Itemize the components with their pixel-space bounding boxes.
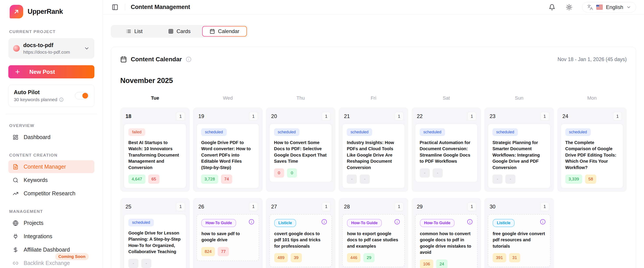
sidebar-item-backlink-exchange[interactable]: Coming Soon Backlink Exchange (8, 256, 94, 268)
keyword-idea-card[interactable]: How-To Guide common how to convert googl… (415, 214, 478, 268)
status-badge: scheduled (347, 128, 372, 136)
sidebar-item-projects[interactable]: Projects (8, 216, 94, 230)
keyword-idea-card[interactable]: Listicle covert google docs to pdf 101 t… (270, 214, 332, 267)
tab-cards[interactable]: Cards (157, 26, 202, 36)
sidebar-item-dashboard[interactable]: Dashboard (8, 131, 94, 144)
sidebar-item-integrations[interactable]: Integrations (8, 230, 94, 243)
current-project-label: CURRENT PROJECT (9, 29, 94, 34)
day-number: 20 (271, 113, 277, 119)
post-card[interactable]: scheduled Google Drive PDF to Word conve… (196, 124, 259, 188)
post-card[interactable]: scheduled Google Drive for Lesson Planni… (124, 214, 186, 268)
autopilot-toggle[interactable] (75, 92, 89, 100)
day-cell-18: 18 1 failed Best AI Startups to Watch: 1… (120, 108, 190, 192)
sidebar-item-label: Projects (24, 220, 43, 226)
status-badge: scheduled (420, 128, 445, 136)
bell-icon (549, 4, 555, 10)
weekday-wed: Wed (193, 95, 262, 101)
sidebar-item-keywords[interactable]: Keywords (8, 174, 94, 186)
day-post-count: 1 (540, 202, 549, 211)
weekday-sat: Sat (412, 95, 481, 101)
day-number: 22 (417, 113, 423, 119)
day-cell-21: 21 1 scheduled Industry Insights: How PD… (339, 108, 408, 192)
metric-chip: 39 (291, 253, 302, 262)
post-title: how to save pdf to google drive (201, 230, 254, 243)
weekday-sun: Sun (484, 95, 554, 101)
language-selector[interactable]: English (582, 2, 636, 12)
tab-calendar[interactable]: Calendar (202, 26, 247, 36)
post-card[interactable]: scheduled How to Convert Some Docs to PD… (270, 124, 332, 182)
link-icon (13, 260, 18, 266)
list-icon (126, 29, 131, 34)
calendar-icon (120, 56, 127, 62)
info-icon[interactable] (540, 219, 546, 225)
post-card[interactable]: failed Best AI Startups to Watch: 10 Inn… (124, 124, 186, 188)
metric-chip: - (128, 259, 138, 268)
keyword-idea-card[interactable]: Listicle free google drive convert pdf r… (488, 214, 550, 267)
new-post-button[interactable]: New Post (8, 65, 94, 78)
post-card[interactable]: scheduled Strategic Planning for Smarter… (488, 124, 550, 188)
plug-icon (13, 234, 18, 239)
project-selector[interactable]: docs-to-pdf https://docs-to-pdf.com (8, 38, 94, 59)
metric-chip: 4,647 (128, 174, 146, 184)
day-post-count: 1 (322, 112, 330, 121)
metric-chip: 58 (585, 174, 596, 184)
metric-chip: 0 (274, 168, 284, 178)
metric-chip: 3,339 (565, 174, 582, 184)
translate-icon (587, 4, 593, 10)
post-card[interactable]: scheduled Practical Automation for Docum… (415, 124, 478, 182)
content-type-badge: Listicle (493, 219, 514, 227)
project-favicon (13, 45, 20, 52)
metric-chip: - (347, 174, 357, 184)
metric-chip: 65 (148, 174, 160, 184)
post-title: free google drive convert pdf resources … (493, 230, 546, 249)
sidebar-toggle-button[interactable] (111, 3, 119, 12)
section-label-overview: OVERVIEW (9, 123, 94, 128)
dollar-icon (13, 247, 18, 253)
info-icon (59, 98, 64, 102)
theme-toggle-button[interactable] (565, 3, 573, 12)
info-icon[interactable] (467, 219, 473, 225)
day-number: 19 (198, 113, 204, 119)
post-card[interactable]: scheduled The Complete Comparison of Goo… (561, 124, 623, 188)
keyword-idea-card[interactable]: How-To Guide how to save pdf to google d… (196, 214, 259, 261)
day-cell-20: 20 1 scheduled How to Convert Some Docs … (266, 108, 335, 192)
content-type-badge: Listicle (274, 219, 296, 227)
info-icon[interactable] (321, 219, 327, 225)
info-icon[interactable] (248, 219, 254, 225)
metric-chip: 29 (364, 253, 374, 262)
info-icon[interactable] (394, 219, 400, 225)
metric-chip: - (141, 259, 151, 268)
day-number: 29 (417, 204, 423, 210)
day-cell-26: 26 1 How-To Guide how to save pdf to goo… (193, 198, 262, 268)
project-name: docs-to-pdf (23, 42, 70, 48)
file-text-icon (13, 164, 18, 170)
metric-chip: - (505, 174, 516, 184)
project-url: https://docs-to-pdf.com (23, 50, 70, 55)
autopilot-subtitle: 30 keywords planned (14, 97, 57, 102)
keyword-idea-card[interactable]: How-To Guide how to export google docs t… (342, 214, 404, 267)
post-card[interactable]: scheduled Industry Insights: How PDFs an… (342, 124, 404, 188)
status-badge: scheduled (128, 219, 154, 226)
metric-chip: 24 (436, 260, 447, 268)
post-title: Best AI Startups to Watch: 10 Innovators… (128, 140, 182, 170)
content-type-badge: How-To Guide (420, 219, 455, 227)
calendar-title: Content Calendar (131, 56, 182, 63)
trending-up-icon (13, 191, 18, 196)
brand-name: UpperRank (28, 8, 63, 16)
tab-list[interactable]: List (112, 26, 156, 36)
post-title: The Complete Comparison of Google Drive … (565, 140, 618, 170)
date-range: Nov 18 - Jan 1, 2026 (45 days) (558, 56, 627, 62)
info-icon[interactable] (186, 56, 192, 62)
day-post-count: 1 (249, 112, 258, 121)
metric-chip: 489 (274, 253, 288, 262)
metric-chip: - (432, 168, 443, 178)
sidebar-item-content-manager[interactable]: Content Manager (8, 160, 94, 173)
weekday-mon: Mon (557, 95, 627, 101)
sidebar-item-competitor-research[interactable]: Competitor Research (8, 187, 94, 200)
metric-chip: 74 (221, 174, 232, 184)
notifications-button[interactable] (548, 3, 556, 12)
month-heading: November 2025 (120, 76, 627, 85)
sidebar-item-label: Affiliate Dashboard (24, 246, 70, 253)
status-badge: scheduled (201, 128, 226, 136)
day-number: 27 (271, 204, 277, 210)
